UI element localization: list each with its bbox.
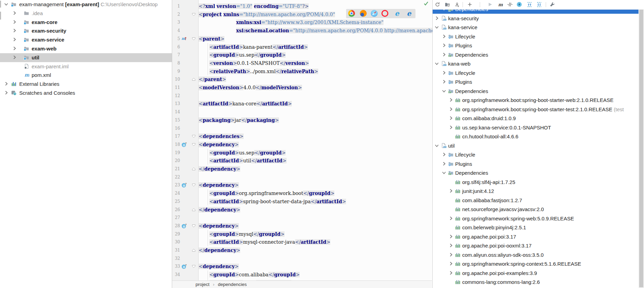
add-maven-project-button[interactable] (467, 2, 473, 7)
chevron-right-icon[interactable] (441, 43, 447, 48)
maven-tree-item[interactable]: org.slf4j:slf4j-api:1.7.25 (433, 177, 644, 187)
chevron-down-icon[interactable] (441, 170, 447, 175)
tree-item[interactable]: mpom.xml (0, 71, 172, 80)
chevron-right-icon[interactable] (12, 28, 17, 33)
fold-down-icon[interactable] (192, 183, 196, 187)
maven-tree-item[interactable]: mutil (433, 141, 644, 150)
tree-item[interactable]: exam-parent.iml (0, 62, 172, 71)
nav-dep-gutter-icon[interactable]: o (181, 223, 188, 229)
maven-tree-item[interactable]: org.springframework:spring-web:5.0.9.REL… (433, 214, 644, 223)
code-line[interactable]: 20<artifactId>util</artifactId> (172, 157, 432, 165)
code-line[interactable]: 21</dependency> (172, 165, 432, 173)
chevron-right-icon[interactable] (12, 37, 17, 42)
maven-tree-item[interactable]: Lifecycle (433, 150, 644, 159)
maven-tree-item[interactable]: Plugins (433, 159, 644, 169)
maven-tree-item[interactable]: commons-lang:commons-lang:2.6 (433, 277, 644, 287)
reimport-button[interactable] (435, 2, 440, 7)
maven-tree-item[interactable]: Dependencies (433, 168, 644, 177)
maven-tree-item[interactable]: net.sourceforge.javacsv:javacsv:2.0 (433, 205, 644, 214)
maven-tree-item[interactable]: Lifecycle (433, 32, 644, 41)
chevron-right-icon[interactable] (441, 79, 447, 84)
chevron-right-icon[interactable] (448, 106, 454, 112)
chevron-right-icon[interactable] (448, 216, 454, 221)
maven-tree-item[interactable]: org.springframework.boot:spring-boot-sta… (433, 95, 644, 105)
safari-browser-icon[interactable] (371, 10, 378, 17)
editor[interactable]: 1<?xml version="1.0" encoding="UTF-8"?>2… (172, 0, 432, 288)
maven-tree-item[interactable]: com.belerweb:pinyin4j:2.5.1 (433, 223, 644, 232)
scrollbar-thumb[interactable] (639, 10, 643, 287)
maven-tree-item[interactable]: Plugins (433, 41, 644, 50)
tree-item[interactable]: exam-service (0, 35, 172, 44)
edge-browser-icon[interactable]: e (406, 10, 412, 17)
fold-down-icon[interactable] (192, 12, 196, 16)
ie-browser-icon[interactable]: e (393, 10, 400, 17)
maven-tree-item[interactable]: mkana-web (433, 59, 644, 68)
breadcrumb-item[interactable]: project (196, 282, 210, 287)
code-line[interactable]: 34<groupId>com.alibaba</groupId> (172, 270, 432, 279)
code-line[interactable]: 18o<dependency> (172, 140, 432, 149)
chevron-right-icon[interactable] (12, 19, 17, 25)
maven-tree-item[interactable]: org.springframework.boot:spring-boot-sta… (433, 105, 644, 114)
code-line[interactable]: 27 (172, 214, 432, 222)
chevron-right-icon[interactable] (434, 15, 440, 21)
code-line[interactable]: 7<groupId>us.sep</groupId> (172, 51, 432, 59)
code-line[interactable]: 30<artifactId>mysql-connector-java</arti… (172, 238, 432, 246)
opera-browser-icon[interactable] (381, 10, 388, 17)
fold-down-icon[interactable] (192, 142, 196, 147)
maven-scrollbar[interactable] (639, 9, 644, 288)
offline-mode-button[interactable] (517, 2, 522, 7)
fold-down-icon[interactable] (192, 264, 196, 268)
maven-tree-item[interactable]: org.springframework:spring-context:5.1.6… (433, 259, 644, 268)
code-line[interactable]: 26</dependency> (172, 206, 432, 214)
chevron-right-icon[interactable] (448, 115, 454, 121)
chevron-down-icon[interactable] (434, 61, 440, 66)
chrome-browser-icon[interactable] (348, 10, 355, 17)
maven-tree-item[interactable]: Lifecycle (433, 68, 644, 78)
chevron-right-icon[interactable] (448, 261, 454, 266)
tree-item[interactable]: External Libraries (0, 80, 172, 89)
fold-up-icon[interactable] (192, 77, 196, 81)
code-line[interactable]: 12 (172, 92, 432, 100)
chevron-right-icon[interactable] (3, 81, 9, 87)
chevron-down-icon[interactable] (434, 24, 440, 30)
code-line[interactable]: 31</dependency> (172, 246, 432, 254)
chevron-right-icon[interactable] (448, 125, 454, 130)
code-line[interactable]: 14 (172, 108, 432, 116)
chevron-down-icon[interactable] (434, 143, 440, 148)
maven-tree-item[interactable]: org.apache.poi:poi-ooxml:3.17 (433, 241, 644, 250)
generate-sources-button[interactable] (445, 2, 450, 7)
tree-item[interactable]: exam-web (0, 44, 172, 53)
fold-up-icon[interactable] (192, 167, 196, 171)
chevron-right-icon[interactable] (448, 270, 454, 276)
expand-all-button[interactable] (527, 2, 532, 7)
fold-down-icon[interactable] (192, 37, 196, 41)
maven-tree-item[interactable]: org.apache.poi:poi-examples:3.9 (433, 268, 644, 278)
code-line[interactable]: 13<artifactId>kana-core</artifactId> (172, 100, 432, 108)
maven-tree-item[interactable]: com.alibaba:druid:1.0.9 (433, 114, 644, 123)
breadcrumb-item[interactable]: dependencies (218, 282, 247, 287)
fold-up-icon[interactable] (192, 208, 196, 212)
chevron-down-icon[interactable] (441, 88, 447, 94)
collapse-all-button[interactable] (536, 2, 542, 7)
fold-up-icon[interactable] (192, 248, 196, 252)
firefox-browser-icon[interactable] (360, 10, 367, 17)
chevron-right-icon[interactable] (3, 90, 9, 95)
fold-down-icon[interactable] (192, 134, 196, 138)
chevron-right-icon[interactable] (12, 10, 17, 16)
run-button[interactable] (487, 2, 493, 7)
code-line[interactable]: 4xsi:schemaLocation="http://maven.apache… (172, 26, 432, 35)
chevron-right-icon[interactable] (441, 34, 447, 39)
code-line[interactable]: 9<relativePath>../pom.xml</relativePath> (172, 67, 432, 76)
maven-tree-item[interactable]: com.alibaba:fastjson:1.2.7 (433, 196, 644, 205)
maven-goal-button[interactable]: m (498, 2, 503, 7)
chevron-right-icon[interactable] (448, 188, 454, 194)
code-line[interactable]: 29<groupId>mysql</groupId> (172, 230, 432, 238)
chevron-right-icon[interactable] (448, 252, 454, 257)
tree-item[interactable]: .idea (0, 9, 172, 18)
tree-item[interactable]: Scratches and Consoles (0, 89, 172, 97)
code-line[interactable]: 19<groupId>us.sep</groupId> (172, 149, 432, 157)
code-line[interactable]: 11<modelVersion>4.0.0</modelVersion> (172, 83, 432, 92)
code-line[interactable]: 28o<dependency> (172, 222, 432, 230)
maven-tree-item[interactable]: Plugins (433, 77, 644, 87)
chevron-right-icon[interactable] (441, 70, 447, 76)
